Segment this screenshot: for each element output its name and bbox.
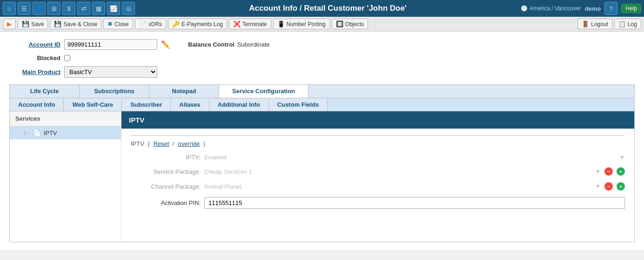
- edit-account-icon[interactable]: ✏️: [161, 40, 170, 49]
- nav-icon-list[interactable]: ☰: [18, 2, 31, 15]
- log-button[interactable]: 📋 Log: [614, 19, 641, 29]
- tree-dash-icon: ├─: [23, 130, 30, 136]
- channel-package-value: Animal Planet: [204, 183, 592, 190]
- terminate-label: Terminate: [242, 21, 267, 27]
- channel-package-dropdown[interactable]: Animal Planet ▼: [204, 183, 601, 190]
- channel-package-chevron: ▼: [595, 183, 601, 190]
- page-title: Account Info / Retail Customer 'John Doe…: [135, 4, 521, 13]
- main-product-label[interactable]: Main Product: [9, 68, 60, 75]
- services-header: Services: [10, 111, 121, 126]
- nav-icons: ⌂ ☰ 👤 ⊞ $ ⇄ ▦ 📈 ◎: [3, 2, 135, 15]
- nav-icon-box[interactable]: ▦: [92, 2, 105, 15]
- save-button[interactable]: 💾 Save: [18, 19, 48, 29]
- terminate-button[interactable]: ❌ Terminate: [229, 19, 271, 29]
- tab-custom-fields[interactable]: Custom Fields: [269, 98, 328, 111]
- toolbar: ▶ 💾 Save 💾 Save & Close ✖ Close 📄 xDRs 🔑…: [0, 17, 644, 32]
- number-porting-label: Number Porting: [287, 21, 326, 27]
- save-icon: 💾: [22, 21, 29, 27]
- nav-icon-grid[interactable]: ⊞: [47, 2, 60, 15]
- top-nav: ⌂ ☰ 👤 ⊞ $ ⇄ ▦ 📈 ◎ Account Info / Retail …: [0, 0, 644, 17]
- channel-package-row: Channel Package: Animal Planet ▼ − +: [131, 182, 625, 191]
- region-label: America / Vancouver: [530, 5, 581, 12]
- main-product-select[interactable]: BasicTV StandardTV PremiumTV: [64, 66, 157, 78]
- logout-label: Logout: [591, 21, 608, 27]
- iptv-status-value: Enabled: [204, 154, 617, 161]
- services-panel: Services ├─ 📄 IPTV: [10, 111, 121, 242]
- service-package-add-button[interactable]: +: [617, 167, 625, 176]
- tab-subscriber-label: Subscriber: [130, 101, 162, 108]
- nav-icon-transfer[interactable]: ⇄: [77, 2, 90, 15]
- tab-web-self-care[interactable]: Web Self-Care: [64, 98, 122, 111]
- tab-aliases[interactable]: Aliases: [171, 98, 209, 111]
- tab-lifecycle[interactable]: Life Cycle: [10, 85, 80, 98]
- logout-icon: 🚪: [582, 21, 589, 27]
- epayments-button[interactable]: 🔑 E-Payments Log: [168, 19, 227, 29]
- tab-web-self-care-label: Web Self-Care: [72, 101, 113, 108]
- tabs-row2: Account Info Web Self-Care Subscriber Al…: [10, 98, 634, 111]
- logout-button[interactable]: 🚪 Logout: [577, 19, 612, 29]
- save-close-button[interactable]: 💾 Save & Close: [50, 19, 101, 29]
- tab-subscriber[interactable]: Subscriber: [122, 98, 171, 111]
- epayments-icon: 🔑: [172, 21, 180, 27]
- iptv-status-dropdown[interactable]: Enabled ▼: [204, 154, 625, 161]
- close-button[interactable]: ✖ Close: [103, 19, 133, 29]
- number-porting-icon: 📱: [277, 21, 285, 27]
- tabs-container: Life Cycle Subscriptions Notepad Service…: [9, 84, 635, 242]
- channel-package-remove-button[interactable]: −: [604, 182, 613, 191]
- nav-icon-person[interactable]: 👤: [33, 2, 46, 15]
- nav-icon-dollar[interactable]: $: [62, 2, 75, 15]
- iptv-indent: ├─ 📄 IPTV: [23, 129, 57, 137]
- iptv-status-chevron: ▼: [619, 154, 625, 161]
- tab-lifecycle-label: Life Cycle: [30, 88, 59, 95]
- question-icon[interactable]: ?: [604, 2, 617, 15]
- channel-package-add-button[interactable]: +: [617, 182, 625, 191]
- objects-button[interactable]: 🔲 Objects: [332, 19, 369, 29]
- iptv-section-title: IPTV ( Reset / override ): [131, 135, 625, 147]
- xdrs-button[interactable]: 📄 xDRs: [135, 19, 166, 29]
- xdrs-icon: 📄: [139, 21, 147, 27]
- service-package-chevron: ▼: [595, 168, 601, 175]
- service-package-label: Service Package:: [131, 168, 201, 175]
- log-icon: 📋: [618, 21, 626, 27]
- save-close-label: Save & Close: [63, 21, 97, 27]
- iptv-reset-link[interactable]: Reset: [153, 140, 169, 147]
- tab-service-config[interactable]: Service Configuration: [219, 85, 309, 98]
- help-button[interactable]: Help: [621, 4, 641, 13]
- account-id-input[interactable]: [64, 39, 157, 50]
- balance-control-label: Balance Control: [188, 41, 235, 48]
- nav-icon-target[interactable]: ◎: [122, 2, 135, 15]
- top-nav-right: 🕐 America / Vancouver demo ? Help: [521, 2, 641, 15]
- service-package-row: Service Package: Cheap Services 1 ▼ − +: [131, 167, 625, 176]
- tab-subscriptions-label: Subscriptions: [94, 88, 134, 95]
- tab-account-info-label: Account Info: [18, 101, 55, 108]
- iptv-override-link[interactable]: override: [178, 140, 200, 147]
- activation-pin-input[interactable]: [204, 197, 625, 209]
- service-item-iptv[interactable]: ├─ 📄 IPTV: [10, 126, 121, 139]
- tab-custom-fields-label: Custom Fields: [277, 101, 319, 108]
- tab-additional-info[interactable]: Additional Info: [209, 98, 269, 111]
- service-package-remove-button[interactable]: −: [604, 167, 613, 176]
- close-icon: ✖: [107, 21, 113, 27]
- activation-pin-row: Activation PIN:: [131, 197, 625, 209]
- main-content: Account ID ✏️ Balance Control Subordinat…: [0, 32, 644, 250]
- tab-account-info[interactable]: Account Info: [10, 98, 64, 111]
- objects-label: Objects: [345, 21, 364, 27]
- blocked-row: Blocked: [9, 55, 635, 62]
- iptv-file-icon: 📄: [33, 129, 41, 137]
- iptv-panel: IPTV IPTV ( Reset / override ) IPTV: Ena…: [121, 111, 634, 242]
- blocked-checkbox[interactable]: [64, 55, 70, 61]
- number-porting-button[interactable]: 📱 Number Porting: [273, 19, 330, 29]
- nav-icon-home[interactable]: ⌂: [3, 2, 16, 15]
- save-close-icon: 💾: [54, 21, 61, 27]
- play-icon: ▶: [7, 21, 12, 27]
- iptv-service-label: IPTV: [44, 130, 57, 137]
- play-button[interactable]: ▶: [3, 19, 16, 29]
- service-package-dropdown[interactable]: Cheap Services 1 ▼: [204, 168, 601, 175]
- account-id-label[interactable]: Account ID: [9, 41, 60, 48]
- tab-notepad[interactable]: Notepad: [149, 85, 219, 98]
- objects-icon: 🔲: [336, 21, 343, 27]
- balance-control-area: Balance Control Subordinate: [188, 41, 270, 48]
- iptv-content: IPTV ( Reset / override ) IPTV: Enabled …: [121, 129, 634, 222]
- tab-subscriptions[interactable]: Subscriptions: [80, 85, 149, 98]
- nav-icon-chart[interactable]: 📈: [107, 2, 120, 15]
